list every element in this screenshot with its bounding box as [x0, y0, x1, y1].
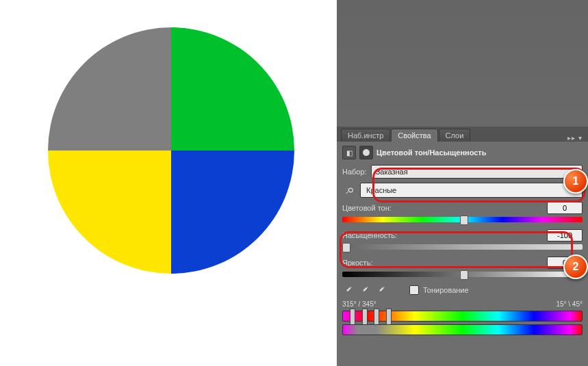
tab-properties[interactable]: Свойства [391, 129, 437, 142]
range-right: 15° \ 45° [556, 300, 583, 308]
hue-slider-thumb[interactable] [460, 215, 468, 225]
hue-sat-icon: ◧ [342, 146, 356, 159]
properties-panel: Наб.инстр Свойства Слои ▸▸ ▾ ◧ Цветовой … [337, 127, 588, 366]
lightness-slider-thumb[interactable] [460, 270, 468, 280]
saturation-input[interactable]: -100 [547, 229, 583, 241]
targeted-adjust-icon[interactable] [342, 185, 356, 196]
saturation-label: Насыщенность: [342, 231, 543, 239]
tab-tool-presets[interactable]: Наб.инстр [341, 129, 390, 142]
saturation-row: Насыщенность: -100 [342, 229, 583, 241]
saturation-slider[interactable] [342, 244, 583, 251]
pie-slice-yellow [48, 151, 171, 274]
lightness-slider[interactable] [342, 272, 583, 278]
mask-icon[interactable] [359, 146, 373, 159]
color-channel-dropdown[interactable]: Красные ▼ [360, 183, 583, 198]
range-marker-2[interactable] [362, 309, 368, 325]
properties-body: ◧ Цветовой тон/Насыщенность Набор: Заказ… [337, 142, 588, 366]
range-degrees-row: 315° / 345° 15° \ 45° [342, 300, 583, 308]
range-marker-3[interactable] [374, 309, 379, 325]
spectrum-bottom [342, 324, 583, 335]
tab-layers[interactable]: Слои [439, 129, 471, 142]
lightness-label: Яркость: [342, 259, 543, 267]
eyedropper-row: Тонирование [342, 284, 583, 296]
saturation-track [342, 244, 583, 250]
preset-row: Набор: Заказная ▼ [342, 165, 583, 179]
channel-row: Красные ▼ [342, 183, 583, 198]
color-channel-value: Красные [366, 186, 396, 194]
pie-chart [48, 27, 294, 274]
pie-slice-grey [48, 27, 171, 151]
hue-row: Цветовой тон: 0 [342, 202, 583, 214]
preset-dropdown[interactable]: Заказная ▼ [371, 165, 583, 179]
eyedropper-add-icon[interactable] [359, 284, 371, 296]
pie-slice-green [171, 27, 294, 151]
panel-flyout-menu[interactable]: ▸▸ ▾ [562, 134, 588, 142]
canvas-area [0, 0, 337, 366]
preset-value: Заказная [376, 168, 408, 176]
range-marker-1[interactable] [350, 309, 355, 325]
range-marker-4[interactable] [386, 309, 392, 325]
adjustment-title: Цветовой тон/Насыщенность [376, 148, 487, 157]
adjustment-header: ◧ Цветовой тон/Насыщенность [342, 146, 583, 159]
range-left: 315° / 345° [342, 300, 376, 308]
hue-slider[interactable] [342, 217, 583, 224]
preset-label: Набор: [342, 168, 367, 176]
chevron-down-icon: ▼ [572, 168, 578, 175]
chevron-down-icon: ▼ [570, 187, 576, 194]
hue-input[interactable]: 0 [547, 202, 583, 214]
hue-label: Цветовой тон: [342, 204, 543, 212]
panel-tabs: Наб.инстр Свойства Слои ▸▸ ▾ [337, 127, 588, 142]
lightness-row: Яркость: 0 [342, 257, 583, 269]
workspace-background [337, 0, 588, 127]
lightness-input[interactable]: 0 [547, 257, 583, 269]
colorize-label: Тонирование [423, 286, 469, 294]
colorize-checkbox[interactable] [409, 285, 419, 295]
eyedropper-subtract-icon[interactable] [375, 284, 387, 296]
eyedropper-icon[interactable] [342, 284, 355, 296]
saturation-slider-thumb[interactable] [342, 243, 350, 252]
spectrum-top[interactable] [342, 311, 583, 322]
pie-slice-blue [171, 151, 294, 274]
